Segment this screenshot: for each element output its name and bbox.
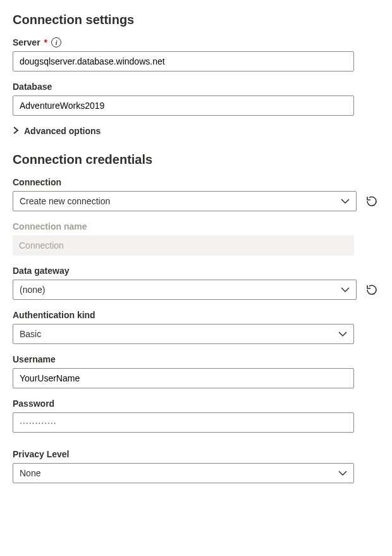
advanced-options-label: Advanced options bbox=[24, 126, 101, 136]
chevron-down-icon bbox=[338, 468, 347, 478]
privacy-level-label-text: Privacy Level bbox=[13, 449, 70, 459]
refresh-icon bbox=[365, 195, 378, 207]
auth-kind-label: Authentication kind bbox=[13, 310, 354, 320]
connection-label-text: Connection bbox=[13, 177, 61, 187]
privacy-level-select[interactable]: None bbox=[13, 463, 354, 483]
auth-kind-select[interactable]: Basic bbox=[13, 324, 354, 344]
data-gateway-label-text: Data gateway bbox=[13, 266, 69, 276]
chevron-down-icon bbox=[341, 196, 350, 206]
data-gateway-select-value: (none) bbox=[20, 285, 341, 295]
server-label: Server * i bbox=[13, 37, 354, 47]
connection-credentials-heading: Connection credentials bbox=[13, 152, 379, 167]
database-input[interactable] bbox=[13, 96, 354, 116]
connection-settings-heading: Connection settings bbox=[13, 13, 354, 27]
data-gateway-field-group: Data gateway (none) bbox=[13, 266, 379, 300]
chevron-down-icon bbox=[341, 285, 350, 295]
privacy-level-select-value: None bbox=[20, 468, 338, 478]
server-input[interactable] bbox=[13, 51, 354, 71]
refresh-icon bbox=[365, 283, 378, 296]
connection-select-value: Create new connection bbox=[20, 196, 341, 206]
password-field-group: Password ············ bbox=[13, 398, 354, 433]
refresh-gateway-button[interactable] bbox=[364, 282, 379, 297]
advanced-options-toggle[interactable]: Advanced options bbox=[13, 126, 354, 136]
server-field-group: Server * i bbox=[13, 37, 354, 71]
chevron-right-icon bbox=[13, 126, 19, 136]
connection-name-placeholder: Connection bbox=[19, 240, 64, 250]
password-label-text: Password bbox=[13, 398, 54, 409]
info-icon[interactable]: i bbox=[51, 37, 61, 47]
connection-name-input: Connection bbox=[13, 235, 354, 256]
password-input[interactable]: ············ bbox=[13, 412, 354, 433]
chevron-down-icon bbox=[338, 329, 347, 339]
auth-kind-field-group: Authentication kind Basic bbox=[13, 310, 354, 344]
username-input[interactable] bbox=[13, 368, 354, 388]
auth-kind-select-value: Basic bbox=[20, 329, 338, 339]
username-label: Username bbox=[13, 354, 354, 364]
privacy-level-label: Privacy Level bbox=[13, 449, 354, 459]
database-label-text: Database bbox=[13, 82, 52, 92]
auth-kind-label-text: Authentication kind bbox=[13, 310, 95, 320]
server-label-text: Server bbox=[13, 37, 40, 47]
data-gateway-label: Data gateway bbox=[13, 266, 379, 276]
connection-name-field-group: Connection name Connection bbox=[13, 221, 354, 256]
database-label: Database bbox=[13, 82, 354, 92]
required-star: * bbox=[44, 37, 47, 47]
connection-label: Connection bbox=[13, 177, 379, 187]
connection-field-group: Connection Create new connection bbox=[13, 177, 379, 211]
password-label: Password bbox=[13, 398, 354, 409]
password-masked-value: ············ bbox=[20, 417, 57, 428]
username-label-text: Username bbox=[13, 354, 56, 364]
privacy-level-field-group: Privacy Level None bbox=[13, 449, 354, 483]
connection-name-label-text: Connection name bbox=[13, 221, 87, 232]
database-field-group: Database bbox=[13, 82, 354, 116]
data-gateway-select[interactable]: (none) bbox=[13, 280, 357, 300]
refresh-connection-button[interactable] bbox=[364, 194, 379, 209]
connection-select[interactable]: Create new connection bbox=[13, 191, 357, 211]
connection-name-label: Connection name bbox=[13, 221, 354, 232]
username-field-group: Username bbox=[13, 354, 354, 388]
